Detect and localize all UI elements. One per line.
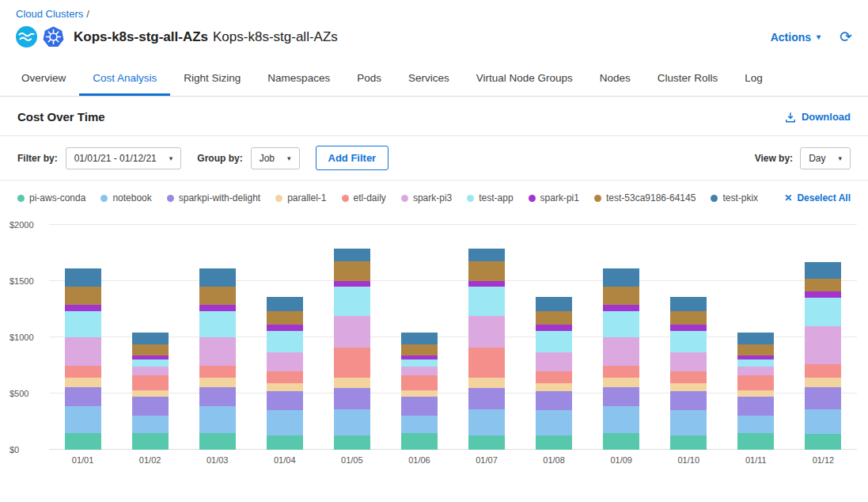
bar-segment-spark-pi1	[670, 325, 707, 330]
tab-overview[interactable]: Overview	[8, 62, 79, 96]
bar-segment-etl-daily	[65, 366, 101, 378]
bar-segment-pi-aws-conda	[132, 433, 169, 450]
bar-segment-notebook	[468, 409, 505, 435]
legend-item-pi-aws-conda[interactable]: pi-aws-conda	[17, 192, 85, 203]
bar-segment-parallel-1	[737, 390, 774, 397]
bar-segment-notebook	[401, 416, 438, 432]
bar-segment-notebook	[65, 406, 101, 433]
refresh-icon[interactable]: ⟳	[840, 29, 852, 44]
tab-log[interactable]: Log	[731, 62, 776, 96]
tab-services[interactable]: Services	[395, 62, 463, 96]
view-by-value: Day	[809, 153, 825, 164]
legend-item-test-53ca9186-64145[interactable]: test-53ca9186-64145	[594, 192, 696, 203]
bar-segment-test-pkix	[267, 297, 303, 311]
bar-segment-test-app	[65, 311, 101, 337]
bar-segment-test-app	[401, 359, 438, 367]
bar-01-07[interactable]	[468, 225, 505, 450]
bar-01-12[interactable]	[805, 225, 841, 450]
bar-segment-etl-daily	[468, 348, 505, 378]
tab-pods[interactable]: Pods	[343, 62, 395, 96]
legend-label: etl-daily	[354, 192, 386, 203]
bar-segment-test-pkix	[603, 268, 639, 287]
legend-dot	[342, 195, 349, 202]
section-title: Cost Over Time	[17, 110, 105, 124]
x-axis-tick: 01/11	[737, 455, 774, 465]
bar-01-04[interactable]	[267, 225, 303, 450]
bar-segment-notebook	[334, 409, 370, 435]
bar-segment-sparkpi-with-delight	[334, 388, 370, 409]
bar-01-03[interactable]	[199, 225, 236, 450]
legend-item-notebook[interactable]: notebook	[100, 192, 151, 203]
view-by-select[interactable]: Day ▾	[800, 147, 851, 169]
legend-item-test-app[interactable]: test-app	[467, 192, 513, 203]
bar-segment-test-app	[737, 359, 774, 367]
bar-segment-test-53ca9186-64145	[199, 287, 236, 305]
bar-segment-parallel-1	[132, 390, 169, 397]
x-axis-tick: 01/02	[132, 455, 169, 465]
actions-label: Actions	[771, 31, 811, 44]
bar-segment-parallel-1	[267, 383, 303, 391]
bar-segment-spark-pi3	[65, 337, 101, 366]
bar-segment-notebook	[132, 416, 169, 432]
bar-01-09[interactable]	[603, 225, 639, 450]
bar-01-06[interactable]	[401, 225, 438, 450]
download-button[interactable]: Download	[785, 111, 851, 123]
legend-dot	[17, 195, 25, 202]
bar-segment-sparkpi-with-delight	[737, 397, 774, 416]
tab-namespaces[interactable]: Namespaces	[254, 62, 343, 96]
bar-segment-parallel-1	[670, 383, 707, 391]
y-axis-tick: $1000	[9, 333, 44, 342]
x-axis-tick: 01/07	[468, 455, 505, 465]
legend-item-test-pkix[interactable]: test-pkix	[711, 192, 758, 203]
bar-segment-test-53ca9186-64145	[65, 287, 101, 305]
legend-label: parallel-1	[287, 192, 326, 203]
deselect-all-button[interactable]: ✕ Deselect All	[784, 192, 851, 203]
legend-item-spark-pi3[interactable]: spark-pi3	[401, 192, 452, 203]
tab-cluster-rolls[interactable]: Cluster Rolls	[644, 62, 732, 96]
bar-segment-spark-pi1	[65, 305, 101, 312]
legend-item-parallel-1[interactable]: parallel-1	[275, 192, 326, 203]
bar-segment-test-app	[536, 331, 572, 352]
legend-item-sparkpi-with-delight[interactable]: sparkpi-with-delight	[167, 192, 260, 203]
tab-nodes[interactable]: Nodes	[586, 62, 644, 96]
bar-segment-test-pkix	[401, 333, 438, 344]
add-filter-button[interactable]: Add Filter	[316, 146, 389, 170]
bar-segment-test-53ca9186-64145	[536, 311, 572, 325]
page-title: Kops-k8s-stg-all-AZsKops-k8s-stg-all-AZs	[74, 29, 338, 45]
bar-segment-etl-daily	[401, 375, 438, 390]
bar-01-10[interactable]	[670, 225, 707, 450]
breadcrumb-link[interactable]: Cloud Clusters	[16, 8, 83, 20]
download-label: Download	[802, 111, 851, 123]
bar-segment-notebook	[670, 410, 707, 435]
tab-virtual-node-groups[interactable]: Virtual Node Groups	[463, 62, 586, 96]
actions-button[interactable]: Actions ▾	[771, 31, 821, 44]
bar-segment-spark-pi3	[737, 367, 774, 375]
tab-cost-analysis[interactable]: Cost Analysis	[79, 62, 170, 96]
spot-wave-icon	[16, 26, 37, 48]
legend-dot	[275, 195, 282, 202]
bar-segment-etl-daily	[603, 366, 639, 378]
bar-segment-test-app	[603, 311, 639, 337]
chart-x-axis: 01/0101/0201/0301/0401/0501/0601/0701/08…	[49, 450, 857, 465]
bar-01-11[interactable]	[737, 225, 774, 450]
legend-item-spark-pi1[interactable]: spark-pi1	[529, 192, 579, 203]
bar-01-08[interactable]	[536, 225, 572, 450]
bar-01-01[interactable]	[65, 225, 101, 450]
group-by-select[interactable]: Job ▾	[251, 147, 300, 169]
cost-chart: $0$500$1000$1500$2000 01/0101/0201/0301/…	[0, 214, 868, 465]
bar-segment-test-53ca9186-64145	[401, 344, 438, 356]
legend-item-etl-daily[interactable]: etl-daily	[342, 192, 386, 203]
bar-segment-test-pkix	[65, 268, 101, 287]
legend-label: test-pkix	[722, 192, 758, 203]
bar-segment-test-53ca9186-64145	[132, 344, 169, 356]
bar-01-05[interactable]	[334, 225, 370, 450]
bar-segment-pi-aws-conda	[468, 435, 505, 450]
date-range-select[interactable]: 01/01/21 - 01/12/21 ▾	[66, 147, 182, 169]
legend-dot	[467, 195, 474, 202]
bar-segment-test-app	[670, 331, 707, 352]
legend-bar: pi-aws-condanotebooksparkpi-with-delight…	[0, 181, 868, 214]
chevron-down-icon: ▾	[287, 154, 291, 162]
bar-01-02[interactable]	[132, 225, 169, 450]
x-axis-tick: 01/06	[401, 455, 438, 465]
tab-right-sizing[interactable]: Right Sizing	[170, 62, 254, 96]
